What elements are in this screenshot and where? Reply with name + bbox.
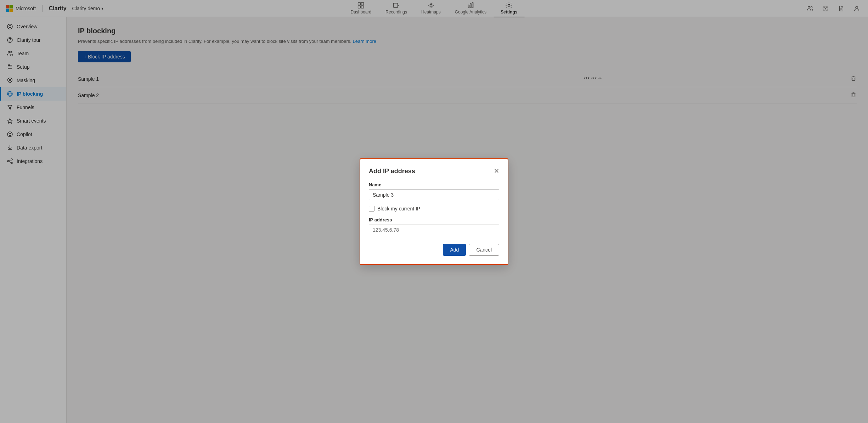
- dialog-header: Add IP address ✕: [369, 168, 499, 175]
- ip-address-input[interactable]: [369, 225, 499, 235]
- name-input[interactable]: [369, 190, 499, 200]
- ip-address-field: IP address: [369, 217, 499, 235]
- name-label: Name: [369, 182, 499, 187]
- checkbox-row: Block my current IP: [369, 206, 499, 212]
- dialog-close-button[interactable]: ✕: [494, 168, 499, 174]
- block-current-ip-label: Block my current IP: [377, 206, 420, 212]
- add-ip-dialog: Add IP address ✕ Name Block my current I…: [360, 158, 508, 265]
- add-button[interactable]: Add: [443, 244, 466, 256]
- dialog-overlay[interactable]: Add IP address ✕ Name Block my current I…: [0, 0, 868, 423]
- dialog-title: Add IP address: [369, 168, 415, 175]
- name-field: Name: [369, 182, 499, 200]
- cancel-button[interactable]: Cancel: [469, 244, 499, 256]
- dialog-footer: Add Cancel: [369, 244, 499, 256]
- ip-address-label: IP address: [369, 217, 499, 222]
- block-current-ip-checkbox[interactable]: [369, 206, 374, 212]
